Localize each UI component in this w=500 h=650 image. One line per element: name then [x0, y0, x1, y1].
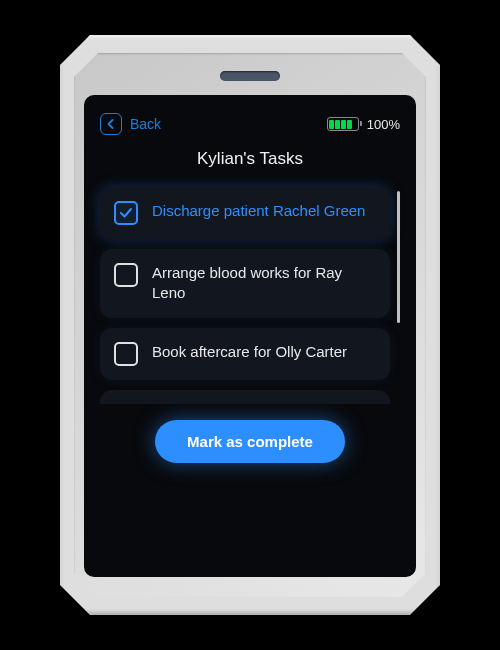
task-item[interactable]: Arrange blood works for Ray Leno: [100, 249, 390, 318]
task-list: Discharge patient Rachel Green Arrange b…: [100, 187, 400, 404]
task-label: Book aftercare for Olly Carter: [152, 342, 347, 362]
battery-status: 100%: [327, 117, 400, 132]
back-button[interactable]: Back: [100, 113, 161, 135]
task-item[interactable]: Book aftercare for Olly Carter: [100, 328, 390, 380]
back-chevron-icon: [100, 113, 122, 135]
battery-icon: [327, 117, 359, 131]
back-label: Back: [130, 116, 161, 132]
page-title: Kylian's Tasks: [100, 149, 400, 169]
checkbox-checked-icon[interactable]: [114, 201, 138, 225]
screen: Back 100% Kylian's Tasks: [84, 95, 416, 577]
device-speaker: [220, 71, 280, 81]
task-item[interactable]: Discharge patient Rachel Green: [100, 187, 390, 239]
device-inner: Back 100% Kylian's Tasks: [74, 53, 426, 597]
battery-percent: 100%: [367, 117, 400, 132]
device-frame: Back 100% Kylian's Tasks: [60, 35, 440, 615]
task-label: Arrange blood works for Ray Leno: [152, 263, 376, 304]
checkbox-unchecked-icon[interactable]: [114, 263, 138, 287]
status-bar: Back 100%: [100, 113, 400, 135]
scrollbar[interactable]: [397, 191, 400, 323]
task-label: Discharge patient Rachel Green: [152, 201, 365, 221]
mark-complete-button[interactable]: Mark as complete: [155, 420, 345, 463]
task-item-peek: [100, 390, 390, 404]
checkbox-unchecked-icon[interactable]: [114, 342, 138, 366]
